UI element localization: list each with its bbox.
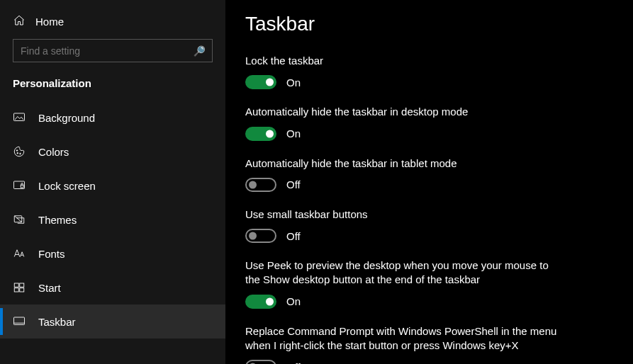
start-icon xyxy=(13,281,26,294)
toggle-row: Off xyxy=(245,178,564,192)
nav-label: Start xyxy=(38,282,61,294)
svg-rect-8 xyxy=(20,283,24,287)
toggle-row: On xyxy=(245,295,564,309)
toggle-row: On xyxy=(245,127,564,141)
sidebar-item-taskbar[interactable]: Taskbar xyxy=(0,305,225,339)
svg-point-3 xyxy=(20,153,21,154)
home-icon xyxy=(13,14,26,29)
setting-row: Automatically hide the taskbar in tablet… xyxy=(245,157,564,192)
setting-row: Use Peek to preview the desktop when you… xyxy=(245,258,564,309)
search-wrap: 🔍 xyxy=(0,39,225,70)
search-input[interactable] xyxy=(13,39,213,62)
nav-label: Taskbar xyxy=(38,316,76,328)
toggle-switch[interactable] xyxy=(245,295,276,309)
category-heading: Personalization xyxy=(0,70,225,101)
toggle-switch[interactable] xyxy=(245,360,276,364)
setting-label: Automatically hide the taskbar in deskto… xyxy=(245,105,564,119)
main-content: Taskbar Lock the taskbarOnAutomatically … xyxy=(225,0,633,364)
toggle-row: Off xyxy=(245,229,564,243)
setting-label: Lock the taskbar xyxy=(245,54,564,68)
svg-point-2 xyxy=(17,153,18,154)
taskbar-icon xyxy=(13,315,26,328)
settings-list: Lock the taskbarOnAutomatically hide the… xyxy=(245,54,633,364)
setting-label: Use small taskbar buttons xyxy=(245,207,564,222)
setting-row: Automatically hide the taskbar in deskto… xyxy=(245,105,564,140)
toggle-switch[interactable] xyxy=(245,75,276,89)
svg-rect-7 xyxy=(14,283,18,287)
sidebar-item-lock-screen[interactable]: Lock screen xyxy=(0,169,225,203)
setting-label: Automatically hide the taskbar in tablet… xyxy=(245,157,564,171)
toggle-knob xyxy=(266,297,274,305)
home-button[interactable]: Home xyxy=(0,10,225,39)
background-icon xyxy=(13,111,26,124)
nav-label: Background xyxy=(38,112,95,124)
svg-rect-9 xyxy=(14,288,18,292)
fonts-icon xyxy=(13,247,26,260)
lock-screen-icon xyxy=(13,179,26,192)
nav-label: Lock screen xyxy=(38,180,96,192)
toggle-switch[interactable] xyxy=(245,127,276,141)
svg-rect-5 xyxy=(21,185,23,188)
nav-label: Colors xyxy=(38,146,69,158)
toggle-knob xyxy=(266,79,274,86)
setting-row: Use small taskbar buttonsOff xyxy=(245,207,564,243)
setting-row: Lock the taskbarOn xyxy=(245,54,564,89)
toggle-state-label: Off xyxy=(286,178,301,190)
svg-rect-10 xyxy=(20,288,24,292)
toggle-state-label: Off xyxy=(286,230,301,242)
setting-label: Replace Command Prompt with Windows Powe… xyxy=(245,324,564,353)
sidebar-item-background[interactable]: Background xyxy=(0,101,225,135)
colors-icon xyxy=(13,145,26,158)
svg-rect-0 xyxy=(14,113,25,121)
toggle-switch[interactable] xyxy=(245,229,276,243)
themes-icon xyxy=(13,213,26,226)
toggle-switch[interactable] xyxy=(245,178,276,192)
toggle-state-label: Off xyxy=(286,361,301,365)
svg-point-1 xyxy=(16,150,18,152)
toggle-row: On xyxy=(245,75,564,89)
nav-label: Themes xyxy=(38,214,77,226)
nav-list: Background Colors Lock screen Themes Fon… xyxy=(0,101,225,339)
home-label: Home xyxy=(35,16,64,28)
sidebar-item-start[interactable]: Start xyxy=(0,271,225,305)
toggle-state-label: On xyxy=(286,76,301,89)
setting-row: Replace Command Prompt with Windows Powe… xyxy=(245,324,564,365)
sidebar-item-colors[interactable]: Colors xyxy=(0,135,225,169)
toggle-row: Off xyxy=(245,360,564,364)
nav-label: Fonts xyxy=(38,248,65,260)
setting-label: Use Peek to preview the desktop when you… xyxy=(245,258,564,288)
toggle-knob xyxy=(266,130,274,137)
toggle-knob xyxy=(249,181,257,188)
page-title: Taskbar xyxy=(245,13,633,35)
toggle-state-label: On xyxy=(286,295,301,307)
svg-rect-11 xyxy=(14,317,25,325)
toggle-state-label: On xyxy=(286,127,301,140)
sidebar-item-themes[interactable]: Themes xyxy=(0,203,225,237)
toggle-knob xyxy=(249,232,257,240)
sidebar: Home 🔍 Personalization Background Colors… xyxy=(0,0,225,364)
sidebar-item-fonts[interactable]: Fonts xyxy=(0,237,225,271)
